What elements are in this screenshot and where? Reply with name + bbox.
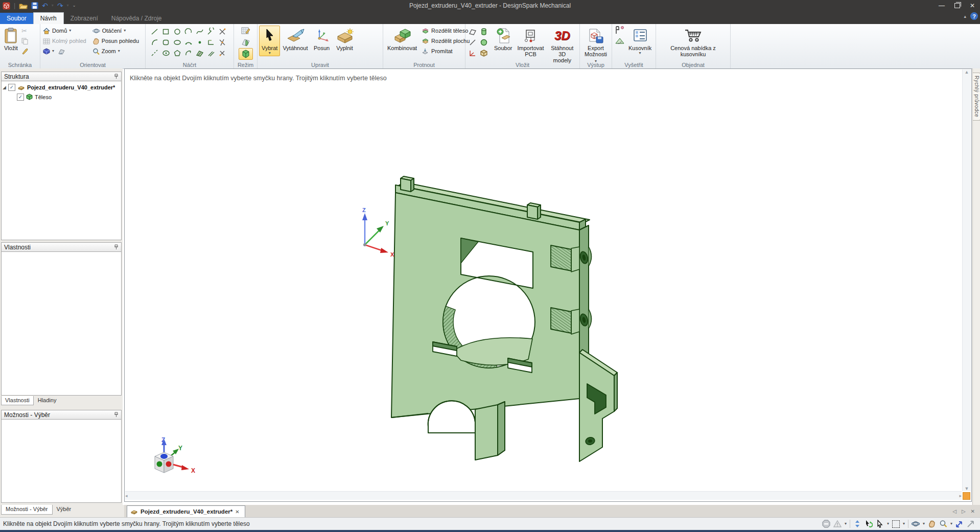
help-icon[interactable]: ? [970,12,978,20]
caret-icon[interactable]: ▾ [845,522,847,526]
tab-hladiny[interactable]: Hladiny [34,396,60,405]
trim-icon[interactable] [217,26,228,37]
close-button[interactable]: ✕ [965,0,980,11]
rotate-arc-icon[interactable] [183,48,194,58]
scroll-down-icon[interactable]: ▼ [965,486,969,491]
rectangle-icon[interactable] [160,26,172,37]
structure-panel-header[interactable]: Struktura [1,72,122,81]
document-tab[interactable]: Pojezd_extruderu_V40_extruder* ✕ [127,505,245,517]
caret-icon[interactable]: ▾ [923,522,925,526]
construction-line-icon[interactable] [149,48,160,58]
structure-tree[interactable]: ◢ ✓ Pojezd_extruderu_V40_extruder* ✓ Těl… [1,81,122,240]
view-sheet-icon[interactable] [58,48,65,55]
tab-napoveda[interactable]: Nápověda / Zdroje [105,13,169,24]
vertical-scrollbar[interactable]: ▲ ▼ [962,70,971,491]
tab-moznosti-vyber[interactable]: Možnosti - Výběr [1,505,53,515]
arc-icon[interactable] [183,26,194,37]
insert-file-button[interactable]: Soubor [492,26,515,52]
tab-soubor[interactable]: Soubor [0,13,33,24]
tab-scroll-left-icon[interactable]: ◁ [952,508,956,514]
pin-icon[interactable] [114,244,119,250]
format-painter-icon[interactable] [20,46,30,56]
spinner-icon[interactable] [853,520,861,528]
spline-icon[interactable] [194,26,205,37]
tab-vlastnosti[interactable]: Vlastnosti [1,396,34,405]
tree-root-label[interactable]: Pojezd_extruderu_V40_extruder* [27,84,115,90]
measure-caliper-icon[interactable] [614,26,626,36]
sphere-icon[interactable] [478,37,489,48]
customize-qat-icon[interactable]: ⌄ [73,4,76,8]
corner-icon[interactable] [205,37,217,48]
select-caret-icon[interactable]: ▾ [269,51,271,55]
tangent-arc-icon[interactable] [205,26,217,37]
app-logo-icon[interactable] [3,1,10,10]
home-view-button[interactable]: Domů▾ [42,26,87,36]
restore-button[interactable] [949,0,965,11]
cut-icon[interactable]: ✂ [20,26,30,36]
scroll-right-icon[interactable]: ▸ [959,493,962,498]
zoom-arrow-icon[interactable] [955,520,964,528]
bom-caret-icon[interactable]: ▾ [639,51,641,55]
download-3d-button[interactable]: 3D Stáhnout 3D modely [546,26,578,64]
options-panel-header[interactable]: Možnosti - Výběr [1,410,122,420]
canvas-corner-handle[interactable] [963,492,970,500]
quick-guide-tab[interactable]: Rychlý průvodce [973,73,980,121]
datum-axes-icon[interactable] [467,48,478,58]
paste-button[interactable]: Vložit [2,26,20,52]
root-checkbox[interactable]: ✓ [8,84,15,91]
save-icon[interactable] [31,1,38,10]
curve-icon[interactable] [149,37,160,48]
circle-icon[interactable] [172,26,183,37]
tree-teleso-label[interactable]: Těleso [35,94,52,100]
quote-button[interactable]: Cenová nabídka z kusovníku [665,26,721,58]
scroll-left-icon[interactable]: ◂ [125,493,128,498]
fill-button[interactable]: Vyplnit [333,26,357,52]
orbit-icon[interactable] [912,520,920,528]
split-curve-icon[interactable] [217,37,228,48]
caret-icon[interactable]: ▾ [903,522,905,526]
select-button[interactable]: Vybrat ▾ [259,26,280,56]
redo-icon[interactable]: ↷ [57,1,63,10]
sketch-plane-icon[interactable] [194,48,205,58]
polygon-icon[interactable] [172,48,183,58]
project-button[interactable]: Promítat [421,46,471,56]
pan-view-button[interactable]: Posun pohledu [91,36,140,46]
redo-caret-icon[interactable]: ▾ [67,4,69,8]
measure-angle-icon[interactable] [614,36,626,46]
section-mode-button[interactable] [239,36,253,48]
caret-icon[interactable]: ▾ [887,522,889,526]
warning-icon[interactable] [833,520,842,528]
undo-icon[interactable]: ↶ [42,1,48,10]
bom-button[interactable]: Kusovník ▾ [626,26,654,56]
cursor-icon[interactable] [876,520,884,528]
point-icon[interactable] [194,37,205,48]
pin-icon[interactable] [114,412,119,418]
pan-icon[interactable] [928,520,936,528]
minimize-button[interactable]: — [934,0,949,11]
cube-view-icon[interactable] [43,48,50,55]
pointer-arrow-icon[interactable] [967,520,975,528]
shell-icon[interactable] [478,48,489,58]
properties-panel-header[interactable]: Vlastnosti [1,242,122,252]
tree-expander-icon[interactable]: ◢ [3,85,6,90]
cylinder-icon[interactable] [478,26,489,37]
tab-close-all-icon[interactable]: ✕ [971,508,975,514]
ellipse-icon[interactable] [172,37,183,48]
tab-navrh[interactable]: Návrh [33,12,64,24]
scroll-up-icon[interactable]: ▲ [965,70,969,75]
document-close-icon[interactable]: ✕ [235,509,239,515]
caret-icon[interactable]: ▾ [950,522,952,526]
zoom-button[interactable]: Zoom▾ [91,46,140,56]
import-pcb-button[interactable]: Importovat PCB [515,26,546,58]
teleso-checkbox[interactable]: ✓ [17,94,24,101]
collapse-ribbon-icon[interactable]: ▴ [964,14,966,19]
combine-button[interactable]: Kombinovat [385,26,419,52]
selection-box-icon[interactable] [892,520,900,528]
zoom-icon[interactable] [939,520,947,528]
rounded-rectangle-icon[interactable] [160,37,172,48]
open-file-icon[interactable] [19,1,28,10]
tab-vyber[interactable]: Výběr [53,505,76,514]
plane-icon[interactable] [467,26,478,37]
design-canvas[interactable]: Klikněte na objekt Dvojím kliknutím vybe… [124,68,972,502]
solid-mode-button[interactable] [239,48,253,60]
